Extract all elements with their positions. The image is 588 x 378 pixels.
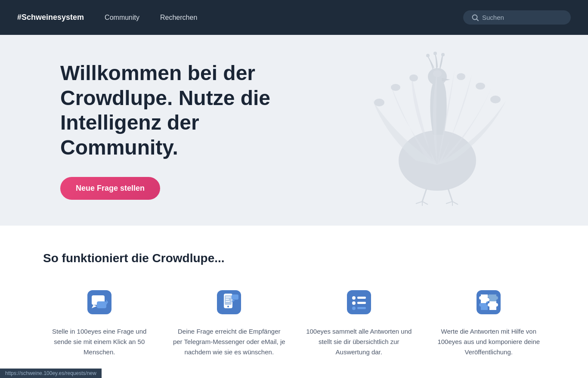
how-section: So funktioniert die Crowdlupe... Stelle … xyxy=(0,226,588,378)
svg-point-13 xyxy=(490,96,501,103)
svg-line-14 xyxy=(422,189,427,201)
svg-line-15 xyxy=(448,189,452,201)
how-step-4-text: Werte die Antworten mit Hilfe von 100eye… xyxy=(433,326,545,357)
svg-rect-30 xyxy=(226,299,229,300)
svg-point-28 xyxy=(227,306,229,307)
list-icon xyxy=(344,287,374,318)
svg-point-38 xyxy=(352,307,356,310)
svg-line-1 xyxy=(477,19,478,21)
search-input[interactable] xyxy=(482,14,562,21)
how-step-1: Stelle in 100eyes eine Frage und sende s… xyxy=(43,287,156,357)
hero-content: Willkommen bei der Crowdlupe. Nutze die … xyxy=(0,35,310,226)
svg-rect-40 xyxy=(477,290,501,314)
svg-point-11 xyxy=(457,73,465,80)
svg-line-21 xyxy=(452,201,458,204)
chat-icon xyxy=(84,287,115,318)
svg-rect-29 xyxy=(226,297,231,297)
svg-point-8 xyxy=(391,84,400,91)
brand-link[interactable]: #Schweinesystem xyxy=(17,13,84,22)
search-icon xyxy=(472,14,479,21)
statusbar-url: https://schweine.100ey.es/requests/new xyxy=(5,370,96,376)
mobile-message-icon xyxy=(214,287,244,318)
how-step-2-text: Deine Frage erreicht die Empfänger per T… xyxy=(173,326,286,357)
nav-recherchen[interactable]: Recherchen xyxy=(160,14,197,22)
svg-point-12 xyxy=(476,83,485,90)
how-step-3-text: 100eyes sammelt alle Antworten und stell… xyxy=(303,326,415,357)
svg-point-10 xyxy=(433,70,442,77)
puzzle-icon xyxy=(473,287,504,318)
how-grid: Stelle in 100eyes eine Frage und sende s… xyxy=(43,287,545,357)
svg-rect-37 xyxy=(357,302,366,304)
svg-point-36 xyxy=(352,301,356,305)
navbar-left: #Schweinesystem Community Recherchen xyxy=(17,13,197,22)
how-step-1-text: Stelle in 100eyes eine Frage und sende s… xyxy=(43,326,156,357)
hero-title: Willkommen bei der Crowdlupe. Nutze die … xyxy=(60,61,310,160)
svg-point-7 xyxy=(374,99,384,106)
how-title: So funktioniert die Crowdlupe... xyxy=(43,251,545,265)
svg-line-19 xyxy=(446,201,452,204)
svg-point-34 xyxy=(352,296,356,300)
svg-point-5 xyxy=(433,52,437,55)
svg-point-6 xyxy=(441,53,445,56)
hero-decoration xyxy=(287,35,588,226)
svg-line-16 xyxy=(416,201,422,204)
statusbar: https://schweine.100ey.es/requests/new xyxy=(0,369,102,378)
svg-rect-31 xyxy=(226,301,230,302)
svg-rect-24 xyxy=(97,301,106,308)
svg-point-9 xyxy=(409,74,418,81)
svg-rect-32 xyxy=(232,294,238,300)
svg-point-2 xyxy=(399,130,476,191)
peacock-illustration xyxy=(317,49,558,212)
navbar: #Schweinesystem Community Recherchen xyxy=(0,0,588,35)
svg-rect-39 xyxy=(357,307,366,309)
svg-point-4 xyxy=(426,54,430,57)
hero-section: Willkommen bei der Crowdlupe. Nutze die … xyxy=(0,35,588,226)
nav-community[interactable]: Community xyxy=(105,14,139,22)
how-step-4: Werte die Antworten mit Hilfe von 100eye… xyxy=(433,287,545,357)
how-step-2: Deine Frage erreicht die Empfänger per T… xyxy=(173,287,286,357)
svg-rect-35 xyxy=(357,297,366,299)
svg-line-18 xyxy=(422,201,428,204)
search-box[interactable] xyxy=(463,10,571,25)
new-question-button[interactable]: Neue Frage stellen xyxy=(60,177,160,200)
how-step-3: 100eyes sammelt alle Antworten und stell… xyxy=(303,287,415,357)
